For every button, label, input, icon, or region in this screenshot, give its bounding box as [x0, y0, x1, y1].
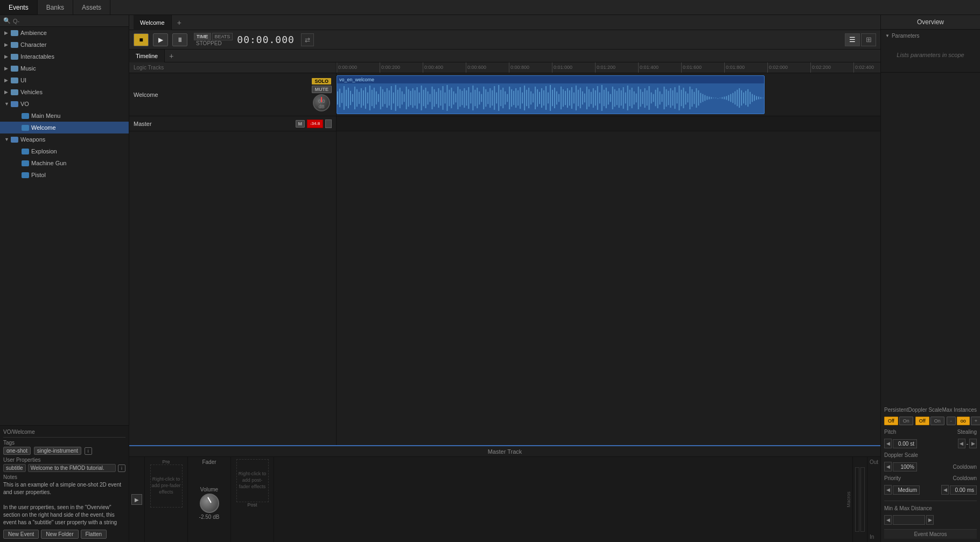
svg-rect-38 — [419, 93, 420, 104]
svg-rect-87 — [524, 86, 525, 110]
svg-rect-2 — [341, 93, 342, 103]
list-view-button[interactable]: ☰ — [845, 33, 860, 46]
sidebar-item-ambience[interactable]: ▶ Ambience — [0, 27, 129, 39]
tab-banks[interactable]: Banks — [38, 0, 73, 15]
min-distance-input[interactable] — [893, 515, 925, 525]
pitch-stealing-values-row: ◀ ◀ - ▶ — [884, 439, 977, 448]
priority-input[interactable] — [893, 485, 920, 495]
stealing-decrement[interactable]: ◀ — [958, 439, 965, 448]
pitch-decrement[interactable]: ◀ — [884, 439, 892, 448]
master-fader-handle[interactable] — [325, 119, 332, 128]
sidebar-item-machine-gun[interactable]: ▶ Machine Gun — [0, 157, 129, 169]
svg-rect-114 — [582, 91, 583, 105]
svg-rect-30 — [402, 91, 403, 105]
tab-add-button[interactable]: + — [172, 18, 187, 27]
waveform-tracks: vo_en_welcome — [337, 73, 880, 445]
master-mute-button[interactable]: M — [296, 120, 305, 128]
tab-welcome[interactable]: Welcome — [134, 15, 172, 30]
max-instances-plus[interactable]: + — [971, 417, 980, 425]
sidebar-item-pistol[interactable]: ▶ Pistol — [0, 169, 129, 181]
svg-rect-131 — [619, 88, 620, 108]
svg-rect-0 — [337, 91, 338, 105]
sidebar-item-vo[interactable]: ▼ VO — [0, 98, 129, 110]
timeline-ruler: 0:00:000 0:00:200 0:00:400 0:00:600 0:00… — [337, 62, 880, 73]
min-max-distance-inputs: ◀ ▶ — [884, 515, 977, 525]
event-icon — [22, 125, 29, 131]
db-label: 0.0 dB — [317, 98, 326, 109]
stealing-label: Stealing — [957, 429, 977, 435]
svg-rect-151 — [661, 94, 662, 102]
sidebar-item-character[interactable]: ▶ Character — [0, 39, 129, 51]
persistent-on-button[interactable]: On — [899, 417, 913, 425]
mixer-play-area: ▶ — [129, 457, 145, 542]
svg-rect-90 — [530, 91, 531, 105]
tab-events[interactable]: Events — [0, 0, 38, 15]
max-instances-dash[interactable]: - — [947, 417, 956, 425]
pre-fader-strip: Right-click to add pre-fader effects — [150, 464, 183, 508]
sidebar-item-main-menu[interactable]: ▶ Main Menu — [0, 110, 129, 122]
svg-rect-55 — [455, 94, 456, 103]
tag-one-shot[interactable]: one-shot — [3, 447, 31, 455]
sidebar-item-weapons[interactable]: ▼ Weapons — [0, 133, 129, 145]
max-instances-val[interactable]: oo — [957, 417, 970, 425]
pitch-input[interactable] — [893, 439, 917, 448]
doppler-off-button[interactable]: Off — [915, 417, 929, 425]
doppler-scale-decrement[interactable]: ◀ — [884, 462, 892, 471]
svg-rect-194 — [754, 95, 755, 101]
user-prop-info-icon[interactable]: i — [118, 464, 125, 472]
priority-decrement[interactable]: ◀ — [884, 485, 892, 495]
cooldown-input[interactable] — [950, 485, 977, 495]
ruler-tick: 0:00:400 — [423, 62, 443, 73]
loop-button[interactable]: ⇄ — [301, 33, 314, 46]
logic-tracks-header: Logic Tracks — [129, 62, 336, 73]
doppler-on-button[interactable]: On — [930, 417, 944, 425]
stealing-increment[interactable]: ▶ — [969, 439, 977, 448]
new-event-button[interactable]: New Event — [3, 530, 39, 539]
time-mode-time[interactable]: TIME — [194, 33, 211, 40]
sidebar-item-welcome[interactable]: ▶ Welcome — [0, 122, 129, 133]
time-mode-beats[interactable]: BEATS — [212, 33, 233, 40]
svg-rect-36 — [415, 90, 416, 105]
svg-rect-128 — [612, 87, 613, 109]
tags-info-icon[interactable]: i — [85, 447, 92, 455]
tag-single-instrument[interactable]: single-instrument — [34, 447, 81, 455]
tree-area: ▶ Ambience ▶ Character ▶ Interactables ▶… — [0, 27, 129, 425]
mute-button[interactable]: MUTE — [312, 86, 332, 93]
flatten-button[interactable]: Flatten — [81, 530, 107, 539]
sidebar-item-music[interactable]: ▶ Music — [0, 62, 129, 74]
arrow-icon: ▶ — [4, 30, 11, 36]
cooldown-decrement[interactable]: ◀ — [941, 485, 949, 495]
sidebar-item-label: Interactables — [20, 53, 54, 60]
pitch-input-area: ◀ — [884, 439, 917, 448]
timeline-tab-add[interactable]: + — [165, 52, 178, 60]
tab-timeline[interactable]: Timeline — [129, 50, 165, 62]
arrow-icon: ▶ — [4, 89, 11, 95]
solo-button[interactable]: SOLO — [312, 78, 331, 85]
audio-clip-welcome[interactable]: vo_en_welcome — [337, 75, 765, 114]
priority-area: ◀ — [884, 485, 920, 495]
event-icon — [22, 160, 29, 166]
doppler-scale-input[interactable] — [893, 462, 917, 471]
svg-rect-165 — [691, 89, 692, 107]
play-button[interactable]: ▶ — [153, 33, 168, 46]
sidebar-item-interactables[interactable]: ▶ Interactables — [0, 51, 129, 62]
search-input[interactable] — [13, 18, 125, 24]
grid-view-button[interactable]: ⊞ — [861, 33, 876, 46]
max-dist-increment[interactable]: ▶ — [926, 515, 934, 525]
user-props-label: User Properties — [3, 457, 125, 463]
new-folder-button[interactable]: New Folder — [41, 530, 78, 539]
svg-rect-89 — [528, 88, 529, 108]
persistent-off-button[interactable]: Off — [884, 417, 898, 425]
sidebar-item-label: Weapons — [20, 136, 45, 143]
pause-button[interactable]: ⏸ — [172, 33, 187, 46]
mixer-play-button[interactable]: ▶ — [131, 494, 142, 505]
min-dist-decrement[interactable]: ◀ — [884, 515, 892, 525]
stop-button[interactable]: ■ — [134, 33, 149, 46]
fader-volume-knob[interactable] — [200, 494, 219, 513]
sidebar-item-vehicles[interactable]: ▶ Vehicles — [0, 86, 129, 98]
svg-rect-94 — [539, 92, 540, 104]
svg-rect-35 — [412, 88, 414, 108]
tab-assets[interactable]: Assets — [73, 0, 110, 15]
sidebar-item-explosion[interactable]: ▶ Explosion — [0, 145, 129, 157]
sidebar-item-ui[interactable]: ▶ UI — [0, 74, 129, 86]
